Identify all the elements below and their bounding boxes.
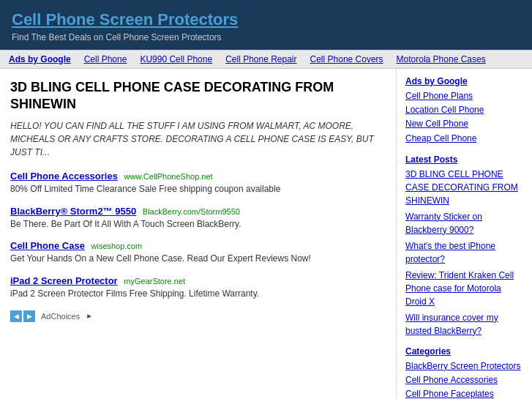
adchoices-icon: ► <box>86 312 93 320</box>
main-content: 3D BLING CELL PHONE CASE DECORATING FROM… <box>0 69 397 399</box>
site-title[interactable]: Cell Phone Screen Protectors <box>12 10 520 29</box>
sidebar-post-3[interactable]: What's the best iPhone protector? <box>405 239 523 266</box>
ad-desc-3: Get Your Hands On a New Cell Phone Case.… <box>10 253 386 265</box>
sidebar-cat-1[interactable]: BlackBerry Screen Protectors <box>405 359 523 373</box>
ad-title-2[interactable]: BlackBerry® Storm2™ 9550 <box>10 206 136 217</box>
adbar-link-1[interactable]: Cell Phone <box>84 54 127 64</box>
article-intro: HELLO! YOU CAN FIND ALL THE STUFF I AM U… <box>10 119 386 159</box>
adbar-link-3[interactable]: Cell Phone Repair <box>225 54 296 64</box>
sidebar-post-1[interactable]: 3D BLING CELL PHONE CASE DECORATING FROM… <box>405 168 523 207</box>
next-arrow[interactable]: ▶ <box>23 310 35 322</box>
adchoices-bar: ◀ ▶ AdChoices ► <box>10 310 386 322</box>
sidebar-latest-posts-section: Latest Posts 3D BLING CELL PHONE CASE DE… <box>405 154 523 338</box>
ad-url-1: www.CellPhoneShop.net <box>124 172 213 181</box>
ad-title-1[interactable]: Cell Phone Accessories <box>10 171 118 182</box>
sidebar-categories-section: Categories BlackBerry Screen Protectors … <box>405 346 523 399</box>
content-wrapper: 3D BLING CELL PHONE CASE DECORATING FROM… <box>0 69 532 399</box>
sidebar: Ads by Google Cell Phone Plans Location … <box>397 69 532 399</box>
nav-arrows: ◀ ▶ <box>10 310 35 322</box>
prev-arrow[interactable]: ◀ <box>10 310 22 322</box>
sidebar-ad-link-1[interactable]: Cell Phone Plans <box>405 89 523 103</box>
ad-item-2: BlackBerry® Storm2™ 9550 BlackBerry.com/… <box>10 206 386 231</box>
ad-url-4: myGearStore.net <box>124 277 185 286</box>
ad-url-2: BlackBerry.com/Storm9550 <box>143 207 240 216</box>
sidebar-ads-section: Ads by Google Cell Phone Plans Location … <box>405 76 523 146</box>
sidebar-post-2[interactable]: Warranty Sticker on Blackberry 9000? <box>405 210 523 236</box>
adbar-link-5[interactable]: Motorola Phone Cases <box>397 54 486 64</box>
sidebar-ad-link-2[interactable]: Location Cell Phone <box>405 103 523 117</box>
ad-title-4[interactable]: iPad 2 Screen Protector <box>10 275 118 286</box>
ad-desc-4: iPad 2 Screen Protector Films Free Shipp… <box>10 288 386 300</box>
sidebar-latest-posts-label: Latest Posts <box>405 154 523 165</box>
ads-by-google-label[interactable]: Ads by Google <box>9 54 71 64</box>
adbar-link-2[interactable]: KU990 Cell Phone <box>140 54 212 64</box>
ad-item-4: iPad 2 Screen Protector myGearStore.net … <box>10 275 386 300</box>
ad-desc-2: Be There. Be Part Of It All With A Touch… <box>10 218 386 231</box>
sidebar-post-5[interactable]: Will insurance cover my busted BlackBerr… <box>405 311 523 338</box>
sidebar-cat-3[interactable]: Cell Phone Faceplates <box>405 387 523 399</box>
adchoices-label: AdChoices <box>41 312 80 321</box>
adbar-link-4[interactable]: Cell Phone Covers <box>310 54 383 64</box>
sidebar-categories-label: Categories <box>405 346 523 357</box>
sidebar-ads-label: Ads by Google <box>405 76 523 86</box>
sidebar-cat-2[interactable]: Cell Phone Accessories <box>405 373 523 387</box>
sidebar-ad-link-4[interactable]: Cheap Cell Phone <box>405 132 523 146</box>
ad-item-3: Cell Phone Case wiseshop.com Get Your Ha… <box>10 240 386 265</box>
article-title: 3D BLING CELL PHONE CASE DECORATING FROM… <box>10 79 386 113</box>
ad-item-1: Cell Phone Accessories www.CellPhoneShop… <box>10 171 386 195</box>
ad-bar: Ads by Google Cell Phone KU990 Cell Phon… <box>0 50 532 69</box>
sidebar-post-4[interactable]: Review: Trident Kraken Cell Phone case f… <box>405 269 523 308</box>
ad-url-3: wiseshop.com <box>91 242 143 250</box>
ad-title-3[interactable]: Cell Phone Case <box>10 240 85 251</box>
site-subtitle: Find The Best Deals on Cell Phone Screen… <box>12 32 520 42</box>
ad-desc-1: 80% Off Limited Time Clearance Sale Free… <box>10 183 386 195</box>
site-header: Cell Phone Screen Protectors Find The Be… <box>0 0 532 50</box>
sidebar-ad-link-3[interactable]: New Cell Phone <box>405 117 523 131</box>
